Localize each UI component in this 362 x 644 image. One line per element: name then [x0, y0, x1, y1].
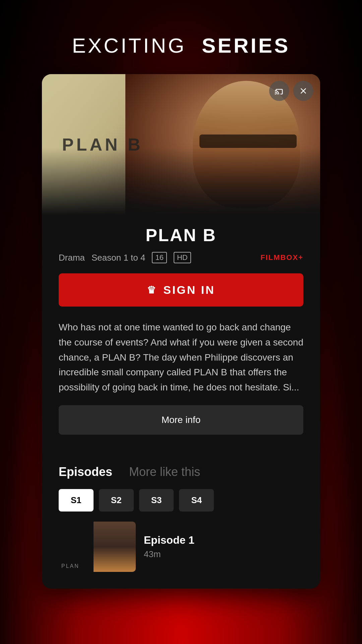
episode-info: Episode 1 43m [144, 534, 303, 559]
meta-row: Drama Season 1 to 4 16 HD FILMBOX+ [59, 252, 303, 263]
content-card: PLAN B PLAN B Drama Season 1 to 4 16 HD [42, 74, 320, 589]
episode-title: Episode 1 [144, 534, 303, 546]
episode-duration: 43m [144, 549, 303, 559]
close-button[interactable] [293, 81, 313, 101]
episodes-section: Episodes More like this S1 S2 S3 S4 PLAN… [42, 465, 320, 589]
episode-thumb-logo: PLAN [61, 563, 79, 569]
sign-in-label: SIGN IN [163, 283, 215, 297]
age-rating-badge: 16 [152, 252, 167, 263]
crown-icon: ♛ [147, 284, 157, 296]
hero-show-logo: PLAN B [62, 135, 143, 155]
title-bold: SERIES [202, 34, 290, 57]
season-1-button[interactable]: S1 [59, 489, 94, 512]
season-4-button[interactable]: S4 [179, 489, 214, 512]
provider-plus: BOX+ [280, 253, 303, 262]
hero-glasses [199, 135, 297, 148]
hero-controls [269, 81, 313, 101]
page-title: EXCITING SERIES [72, 34, 290, 57]
hero-logo-bold: B [128, 135, 143, 154]
season-tabs: S1 S2 S3 S4 [59, 489, 303, 512]
show-description: Who has not at one time wanted to go bac… [59, 320, 303, 395]
seasons-label: Season 1 to 4 [92, 253, 145, 263]
more-info-button[interactable]: More info [59, 405, 303, 435]
show-title: PLAN B [59, 225, 303, 245]
cast-button[interactable] [269, 81, 289, 101]
hero-overlay [42, 148, 320, 215]
sign-in-button[interactable]: ♛ SIGN IN [59, 273, 303, 307]
season-2-button[interactable]: S2 [99, 489, 134, 512]
close-icon [299, 86, 308, 96]
episode-item[interactable]: PLAN Episode 1 43m [59, 522, 303, 572]
hero-logo-light: PLAN [62, 135, 120, 154]
section-tabs: Episodes More like this [59, 465, 303, 479]
provider-logo: FILMBOX+ [260, 253, 303, 262]
provider-name: FILM [260, 253, 280, 262]
hero-image: PLAN B [42, 74, 320, 215]
genre-label: Drama [59, 253, 85, 263]
episode-thumbnail: PLAN [59, 522, 136, 572]
meta-left: Drama Season 1 to 4 16 HD [59, 252, 191, 263]
tab-episodes[interactable]: Episodes [59, 465, 112, 479]
cast-icon [275, 86, 284, 96]
card-content: PLAN B Drama Season 1 to 4 16 HD FILMBOX… [42, 225, 320, 465]
quality-badge: HD [174, 252, 191, 263]
episode-thumb-right [94, 522, 136, 572]
tab-more-like-this[interactable]: More like this [129, 465, 200, 479]
title-light: EXCITING [72, 34, 186, 57]
season-3-button[interactable]: S3 [139, 489, 174, 512]
